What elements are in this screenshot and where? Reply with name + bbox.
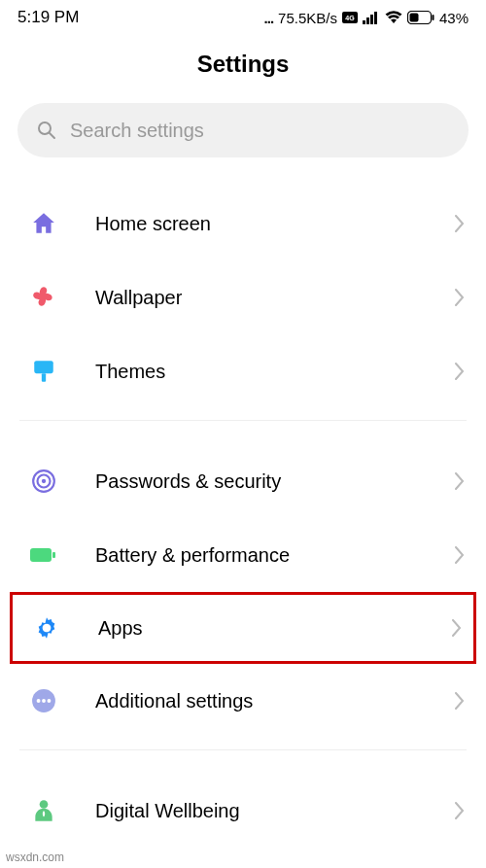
status-bar: 5:19 PM ... 75.5KB/s 4G 43% [0, 0, 486, 31]
settings-item-home-screen[interactable]: Home screen [0, 187, 486, 260]
svg-rect-2 [363, 20, 365, 24]
settings-item-passwords-security[interactable]: Passwords & security [0, 444, 486, 518]
wellbeing-icon [29, 796, 58, 825]
svg-rect-8 [432, 15, 434, 20]
svg-rect-5 [374, 12, 377, 24]
svg-line-10 [50, 133, 54, 138]
dots-icon [29, 686, 58, 715]
settings-item-label: Digital Wellbeing [95, 800, 455, 822]
svg-text:4G: 4G [345, 15, 355, 21]
svg-rect-12 [42, 373, 46, 382]
chevron-right-icon [455, 802, 465, 819]
settings-item-label: Battery & performance [95, 544, 455, 567]
chevron-right-icon [452, 619, 462, 637]
svg-point-20 [37, 699, 41, 703]
page-title: Settings [0, 51, 486, 78]
svg-point-22 [47, 699, 51, 703]
brush-icon [29, 357, 58, 386]
chevron-right-icon [455, 363, 465, 380]
chevron-right-icon [455, 546, 465, 564]
svg-point-21 [42, 699, 46, 703]
svg-rect-17 [52, 552, 55, 558]
status-time: 5:19 PM [17, 8, 79, 27]
chevron-right-icon [455, 289, 465, 306]
settings-item-apps[interactable]: Apps [10, 592, 476, 664]
fingerprint-icon [29, 467, 58, 496]
divider [19, 749, 467, 750]
settings-item-label: Passwords & security [95, 470, 455, 493]
svg-rect-7 [409, 14, 418, 22]
settings-item-wallpaper[interactable]: Wallpaper [0, 260, 486, 334]
settings-item-label: Home screen [95, 213, 455, 235]
wifi-icon [385, 11, 402, 24]
gear-icon [32, 613, 61, 642]
watermark: wsxdn.com [6, 851, 64, 864]
settings-item-themes[interactable]: Themes [0, 334, 486, 408]
divider [19, 420, 467, 421]
settings-item-label: Wallpaper [95, 287, 455, 309]
svg-rect-16 [30, 548, 52, 562]
search-box[interactable] [17, 103, 469, 157]
settings-item-battery-performance[interactable]: Battery & performance [0, 518, 486, 592]
settings-item-label: Additional settings [95, 690, 455, 712]
svg-rect-4 [370, 15, 373, 24]
search-input[interactable] [70, 120, 449, 142]
settings-item-digital-wellbeing[interactable]: Digital Wellbeing [0, 774, 486, 848]
settings-item-additional-settings[interactable]: Additional settings [0, 664, 486, 738]
chevron-right-icon [455, 472, 465, 490]
battery-percent: 43% [439, 10, 469, 26]
chevron-right-icon [455, 692, 465, 710]
settings-list: Home screen Wallpaper Themes Passwords &… [0, 187, 486, 848]
status-right: ... 75.5KB/s 4G 43% [264, 10, 469, 26]
chevron-right-icon [455, 215, 465, 232]
status-dots-icon: ... [264, 10, 274, 26]
battery-icon [407, 11, 434, 24]
svg-point-23 [40, 800, 49, 809]
svg-point-18 [44, 625, 51, 632]
flower-icon [29, 283, 58, 312]
settings-item-label: Apps [98, 617, 452, 640]
home-icon [29, 209, 58, 238]
volte-icon: 4G [342, 12, 358, 23]
svg-point-15 [42, 479, 46, 483]
svg-rect-3 [366, 17, 369, 24]
svg-rect-11 [34, 361, 53, 373]
search-icon [37, 121, 56, 140]
svg-point-9 [39, 122, 51, 134]
settings-item-label: Themes [95, 361, 455, 383]
network-speed: 75.5KB/s [278, 10, 337, 26]
battery-icon [29, 540, 58, 570]
signal-icon [363, 11, 380, 24]
